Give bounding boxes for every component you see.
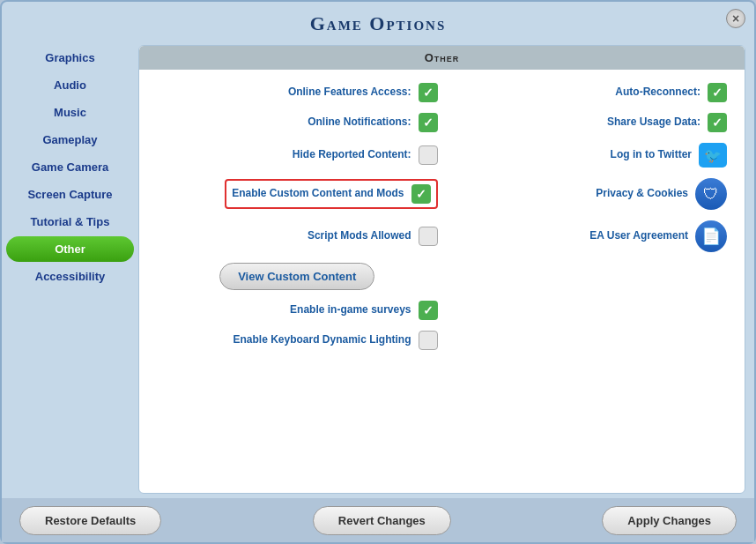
share-usage-check[interactable]: ✓ (708, 113, 727, 132)
hide-reported-label: Hide Reported Content: (293, 148, 411, 162)
sidebar: Graphics Audio Music Gameplay Game Camer… (2, 41, 138, 498)
sidebar-item-tutorial-tips[interactable]: Tutorial & Tips (6, 209, 134, 235)
sidebar-item-graphics[interactable]: Graphics (6, 45, 134, 71)
script-mods-check[interactable] (419, 227, 438, 246)
setting-ea-agreement: EA User Agreement 📄 (447, 220, 728, 252)
auto-reconnect-label: Auto-Reconnect: (615, 86, 700, 100)
setting-keyboard-lighting: Enable Keyboard Dynamic Lighting (157, 331, 438, 350)
ingame-surveys-check[interactable]: ✓ (419, 301, 438, 320)
section-header: Other (139, 46, 745, 70)
sidebar-item-other[interactable]: Other (6, 236, 134, 262)
setting-auto-reconnect: Auto-Reconnect: ✓ (447, 83, 728, 102)
setting-ingame-surveys: Enable in-game surveys ✓ (157, 301, 438, 320)
sidebar-item-audio[interactable]: Audio (6, 72, 134, 98)
setting-share-usage: Share Usage Data: ✓ (447, 113, 728, 132)
ea-agreement-label: EA User Agreement (589, 229, 688, 243)
twitter-label: Log in to Twitter (611, 148, 692, 162)
setting-enable-custom: Enable Custom Content and Mods ✓ (225, 179, 437, 209)
setting-privacy: Privacy & Cookies 🛡 (447, 178, 728, 210)
privacy-button[interactable]: 🛡 (695, 178, 727, 210)
sidebar-item-accessibility[interactable]: Accessibility (6, 264, 134, 289)
auto-reconnect-check[interactable]: ✓ (708, 83, 727, 102)
keyboard-lighting-label: Enable Keyboard Dynamic Lighting (233, 333, 411, 347)
setting-hide-reported: Hide Reported Content: (157, 143, 438, 168)
script-mods-label: Script Mods Allowed (308, 229, 411, 243)
sidebar-item-gameplay[interactable]: Gameplay (6, 127, 134, 153)
twitter-button[interactable]: 🐦 (699, 143, 727, 168)
apply-changes-button[interactable]: Apply Changes (602, 506, 737, 535)
close-button[interactable]: × (726, 9, 745, 28)
ingame-surveys-label: Enable in-game surveys (290, 303, 411, 317)
content-area: Other Online Features Access: ✓ Auto-Rec… (138, 45, 745, 494)
main-content: Graphics Audio Music Gameplay Game Camer… (2, 41, 754, 498)
view-custom-content-wrapper: View Custom Content (157, 263, 438, 290)
restore-defaults-button[interactable]: Restore Defaults (19, 506, 161, 535)
view-custom-content-button[interactable]: View Custom Content (219, 263, 374, 290)
setting-online-notifications: Online Notifications: ✓ (157, 113, 438, 132)
title-bar: Game Options × (2, 2, 754, 41)
window-title: Game Options (2, 12, 754, 35)
enable-custom-label: Enable Custom Content and Mods (232, 187, 404, 201)
setting-enable-custom-wrapper: Enable Custom Content and Mods ✓ (157, 178, 438, 210)
footer: Restore Defaults Revert Changes Apply Ch… (2, 498, 754, 542)
sidebar-item-screen-capture[interactable]: Screen Capture (6, 182, 134, 207)
empty-right-col-6 (447, 263, 728, 290)
keyboard-lighting-check[interactable] (419, 331, 438, 350)
hide-reported-check[interactable] (419, 145, 438, 165)
empty-right-col-7 (447, 301, 728, 320)
privacy-label: Privacy & Cookies (596, 187, 688, 201)
online-features-label: Online Features Access: (288, 86, 411, 100)
sidebar-item-music[interactable]: Music (6, 100, 134, 125)
enable-custom-check[interactable]: ✓ (411, 184, 431, 204)
share-usage-label: Share Usage Data: (607, 116, 700, 130)
setting-script-mods: Script Mods Allowed (157, 220, 438, 252)
empty-right-col-8 (447, 331, 728, 350)
game-options-window: Game Options × Graphics Audio Music Game… (0, 0, 756, 544)
online-notifications-check[interactable]: ✓ (419, 113, 438, 132)
online-features-check[interactable]: ✓ (419, 83, 438, 102)
online-notifications-label: Online Notifications: (308, 116, 411, 130)
setting-online-features: Online Features Access: ✓ (157, 83, 438, 102)
ea-agreement-button[interactable]: 📄 (695, 220, 727, 252)
revert-changes-button[interactable]: Revert Changes (313, 506, 451, 535)
setting-twitter: Log in to Twitter 🐦 (447, 143, 728, 168)
sidebar-item-game-camera[interactable]: Game Camera (6, 154, 134, 180)
